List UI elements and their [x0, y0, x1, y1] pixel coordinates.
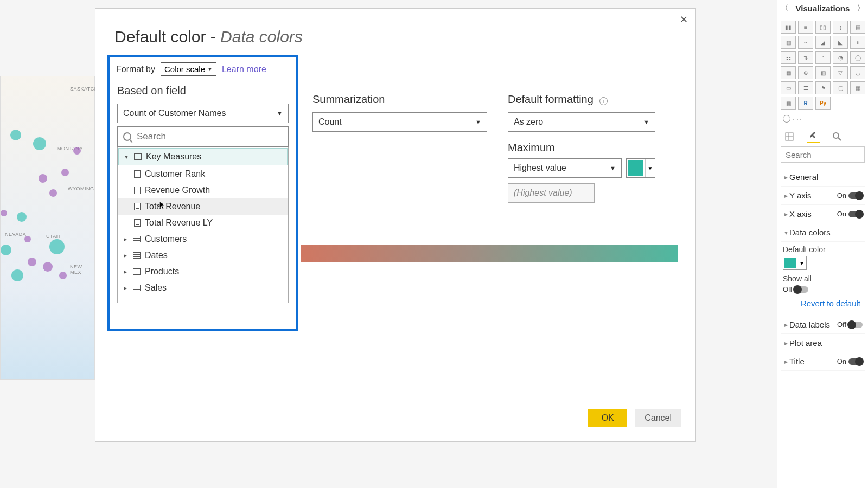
- maximum-dropdown[interactable]: Highest value ▼: [508, 158, 622, 178]
- tree-table-label: Sales: [145, 283, 167, 293]
- map-label-wyo: WYOMING: [68, 186, 94, 191]
- viz-donut-icon[interactable]: ◯: [850, 51, 865, 64]
- viz-clustered-bar-icon[interactable]: ≡: [798, 21, 813, 34]
- show-all-label: Show all: [783, 274, 863, 283]
- collapse-right-icon[interactable]: 〉: [857, 3, 865, 13]
- info-icon[interactable]: i: [599, 97, 608, 105]
- prop-general[interactable]: General: [781, 168, 865, 187]
- viz-line-icon[interactable]: 〰: [798, 36, 813, 49]
- collapse-left-icon[interactable]: 〈: [781, 3, 788, 13]
- viz-waterfall-icon[interactable]: ⇅: [798, 51, 813, 64]
- learn-more-link[interactable]: Learn more: [222, 65, 266, 74]
- chevron-down-icon: ▼: [475, 119, 481, 125]
- tree-table-label: Products: [145, 267, 179, 277]
- viz-scatter-icon[interactable]: ∴: [815, 51, 831, 64]
- tree-group-key-measures[interactable]: Key Measures: [118, 148, 288, 165]
- viz-100pct-column-icon[interactable]: ▥: [781, 36, 796, 49]
- toggle-track: [848, 211, 863, 217]
- xaxis-toggle[interactable]: On: [837, 210, 863, 218]
- tree-table[interactable]: Products: [118, 264, 288, 280]
- viz-slicer-icon[interactable]: ▢: [833, 81, 848, 94]
- default-color-picker[interactable]: ▼: [783, 256, 807, 270]
- tree-measure[interactable]: Customer Rank: [118, 166, 288, 182]
- map-label-utah: UTAH: [46, 234, 60, 239]
- format-tab[interactable]: [807, 130, 820, 143]
- yaxis-toggle[interactable]: On: [837, 191, 863, 200]
- title-toggle[interactable]: On: [837, 357, 863, 365]
- summarization-dropdown[interactable]: Count ▼: [312, 112, 487, 132]
- map-bubble: [1, 245, 11, 255]
- viz-treemap-icon[interactable]: ▦: [781, 66, 796, 79]
- ok-button[interactable]: OK: [588, 409, 627, 427]
- tree-measure[interactable]: Total Revenue: [118, 198, 288, 215]
- maximum-color-picker[interactable]: ▼: [626, 158, 655, 178]
- chevron-down-icon: ▼: [207, 66, 213, 72]
- format-search[interactable]: Search: [781, 146, 865, 163]
- prop-title[interactable]: Title On: [781, 352, 865, 371]
- viz-table-icon[interactable]: ▦: [850, 81, 865, 94]
- viz-ellipsis-icon[interactable]: ···: [793, 115, 803, 125]
- color-swatch: [628, 160, 643, 176]
- field-search-input[interactable]: [137, 131, 283, 142]
- tree-table[interactable]: Dates: [118, 247, 288, 264]
- maximum-value-input[interactable]: (Highest value): [508, 183, 595, 203]
- viz-kpi-icon[interactable]: ⚑: [815, 81, 831, 94]
- svg-point-3: [833, 133, 839, 138]
- viz-area-icon[interactable]: ◢: [815, 36, 831, 49]
- viz-clustered-column-icon[interactable]: ⫿: [833, 21, 848, 34]
- data-labels-toggle[interactable]: Off: [837, 320, 863, 329]
- field-search[interactable]: [117, 126, 289, 147]
- prop-plot-area[interactable]: Plot area: [781, 334, 865, 352]
- viz-ribbon-icon[interactable]: ☷: [781, 51, 796, 64]
- viz-matrix-icon[interactable]: ▦: [781, 97, 796, 110]
- tree-table[interactable]: Customers: [118, 231, 288, 247]
- viz-stacked-column-icon[interactable]: ▯▯: [815, 21, 831, 34]
- prop-general-label: General: [789, 172, 863, 182]
- maximum-row: Highest value ▼ ▼: [508, 158, 655, 178]
- tree-table[interactable]: Sales: [118, 280, 288, 296]
- tree-measure-label: Total Revenue: [145, 202, 200, 211]
- viz-multirow-card-icon[interactable]: ☰: [798, 81, 813, 94]
- cancel-button[interactable]: Cancel: [635, 409, 681, 427]
- viz-stacked-area-icon[interactable]: ◣: [833, 36, 848, 49]
- based-on-field-dropdown[interactable]: Count of Customer Names ▼: [117, 104, 289, 123]
- format-by-label: Format by: [116, 65, 155, 74]
- prop-xaxis[interactable]: X axis On: [781, 205, 865, 223]
- chevron-down-icon: [123, 153, 130, 160]
- format-by-select[interactable]: Color scale ▼: [161, 62, 216, 76]
- tree-measure[interactable]: Total Revenue LY: [118, 215, 288, 231]
- prop-data-labels[interactable]: Data labels Off: [781, 316, 865, 334]
- fields-tab[interactable]: [783, 130, 796, 143]
- viz-card-icon[interactable]: ▭: [781, 81, 796, 94]
- chevron-right-icon: [122, 268, 129, 275]
- viz-100pct-bar-icon[interactable]: ▤: [850, 21, 865, 34]
- prop-title-label: Title: [789, 357, 837, 366]
- viz-combo-icon[interactable]: ⫾: [850, 36, 865, 49]
- viz-python-icon[interactable]: Py: [815, 97, 831, 110]
- based-on-field-value: Count of Customer Names: [123, 108, 226, 118]
- chevron-right-icon: [783, 339, 789, 347]
- viz-stacked-bar-icon[interactable]: ▮▮: [781, 21, 796, 34]
- map-bubble: [28, 258, 36, 266]
- revert-to-default-link[interactable]: Revert to default: [783, 299, 860, 308]
- dialog-title: Default color - Data colors: [95, 9, 695, 56]
- viz-r-icon[interactable]: R: [798, 97, 813, 110]
- prop-yaxis[interactable]: Y axis On: [781, 187, 865, 205]
- chevron-down-icon: ▼: [797, 260, 806, 266]
- format-search-placeholder: Search: [786, 150, 812, 159]
- tree-measure[interactable]: Revenue Growth: [118, 182, 288, 198]
- viz-map-icon[interactable]: ⊕: [798, 66, 813, 79]
- show-all-toggle[interactable]: Off: [783, 285, 863, 293]
- viz-gauge-icon[interactable]: ◡: [850, 66, 865, 79]
- analytics-tab[interactable]: [831, 130, 844, 143]
- viz-funnel-icon[interactable]: ▽: [833, 66, 848, 79]
- default-formatting-dropdown[interactable]: As zero ▼: [508, 112, 655, 132]
- viz-filled-map-icon[interactable]: ▧: [815, 66, 831, 79]
- map-bubble: [10, 130, 21, 140]
- maximum-value: Highest value: [514, 163, 566, 173]
- prop-data-colors[interactable]: Data colors: [781, 223, 865, 242]
- viz-pie-icon[interactable]: ◔: [833, 51, 848, 64]
- viz-arcgis-icon[interactable]: [783, 115, 790, 123]
- close-button[interactable]: ✕: [677, 13, 690, 26]
- chevron-right-icon: [783, 358, 789, 365]
